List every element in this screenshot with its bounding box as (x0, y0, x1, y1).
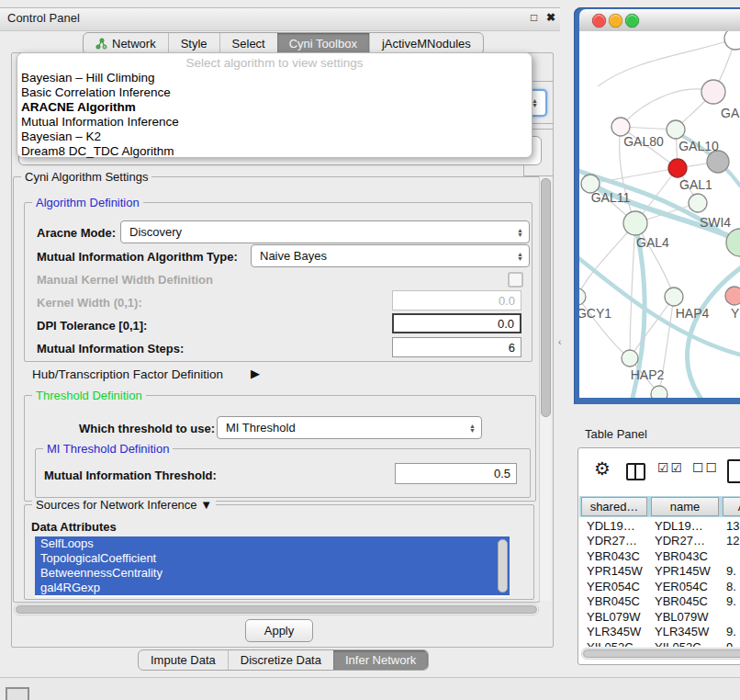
panel-divider-grip[interactable]: ‹ (558, 337, 561, 347)
network-icon (95, 38, 107, 50)
node-label: GAL80 (623, 134, 664, 149)
table-row[interactable]: YBR045C YBR045C 9. (579, 594, 740, 610)
expanded-arrow-icon[interactable]: ▼ (200, 498, 212, 512)
table-row[interactable]: YLR345W YLR345W 9. (579, 625, 740, 640)
collapsed-panel-icon[interactable] (6, 687, 29, 700)
node-gcy1[interactable] (579, 288, 586, 305)
node-gal80[interactable] (611, 118, 630, 136)
column-header-shared[interactable]: shared… (581, 497, 647, 516)
algorithm-dropdown-list: Select algorithm to view settings Bayesi… (17, 52, 533, 158)
node-unlabeled[interactable] (724, 31, 740, 50)
mi-type-label: Mutual Information Algorithm Type: (37, 250, 238, 264)
collapsed-arrow-icon[interactable]: ▶ (251, 367, 260, 380)
manual-kernel-checkbox[interactable] (508, 272, 523, 288)
data-attributes-list: SelfLoops TopologicalCoefficient Between… (35, 536, 510, 597)
mi-type-combo[interactable]: Naive Bayes ▲▼ (251, 244, 530, 267)
tab-network-label: Network (112, 37, 156, 51)
which-threshold-label: Which threshold to use: (79, 422, 215, 435)
network-window-titlebar[interactable] (579, 9, 740, 32)
spinner-icon: ▲▼ (514, 252, 526, 261)
data-attributes-label: Data Attributes (31, 520, 117, 534)
apply-button[interactable]: Apply (245, 619, 313, 642)
node-swi4[interactable] (689, 194, 707, 212)
algorithm-option-basic-correlation[interactable]: Basic Correlation Inference (21, 85, 171, 99)
column-header-partial[interactable]: A (723, 497, 740, 516)
tab-jactivemnodules[interactable]: jActiveMNodules (369, 33, 483, 54)
minimize-window-icon[interactable] (609, 14, 622, 28)
document-icon[interactable] (727, 459, 740, 483)
table-row[interactable]: YPR145W YPR145W 9. (579, 564, 740, 580)
settings-hscroll-thumb[interactable] (16, 605, 537, 614)
dpi-tolerance-field[interactable]: 0.0 (392, 313, 521, 333)
checked-checkboxes-icon[interactable]: ☑☑ (657, 460, 684, 475)
close-window-icon[interactable] (592, 14, 606, 28)
split-columns-icon[interactable] (626, 463, 645, 480)
node-salmon[interactable] (725, 287, 740, 305)
table-row[interactable]: YBR043C YBR043C (579, 548, 740, 564)
algorithm-definition-legend: Algorithm Definition (32, 196, 143, 209)
cyni-bottom-tabbar: Impute Data Discretize Data Infer Networ… (138, 649, 429, 671)
hub-definition-toggle[interactable]: Hub/Transcription Factor Definition (32, 367, 223, 381)
node-gal[interactable] (701, 80, 725, 104)
tab-infer-network[interactable]: Infer Network (333, 650, 428, 670)
list-item[interactable]: TopologicalCoefficient (35, 551, 510, 566)
settings-vscroll-thumb[interactable] (541, 178, 551, 417)
tab-style[interactable]: Style (168, 33, 219, 54)
tab-discretize-data[interactable]: Discretize Data (228, 650, 333, 670)
list-item[interactable]: SelfLoops (35, 536, 510, 551)
network-canvas[interactable]: GAL GAL80 GAL10 GAL1 GAL11 SWI4 GAL4 GCY… (579, 31, 740, 398)
which-threshold-value: MI Threshold (226, 421, 296, 435)
network-view-window[interactable]: GAL GAL80 GAL10 GAL1 GAL11 SWI4 GAL4 GCY… (574, 7, 740, 404)
mi-threshold-legend: MI Threshold Definition (43, 442, 173, 456)
table-row[interactable]: YBL079W YBL079W (579, 609, 740, 625)
float-panel-icon[interactable]: □ (531, 11, 537, 24)
node-gray[interactable] (707, 151, 729, 173)
settings-vscroll-track[interactable] (539, 177, 551, 601)
which-threshold-combo[interactable]: MI Threshold ▲▼ (217, 416, 482, 439)
table-hscroll-track[interactable] (581, 648, 740, 660)
sources-legend: Sources for Network Inference ▼ (32, 498, 216, 512)
node-gal1-red[interactable] (668, 159, 687, 177)
algorithm-option-dream8[interactable]: Dream8 DC_TDC Algorithm (21, 144, 174, 158)
table-row[interactable]: YDR27… YDR27… 12 (579, 534, 740, 549)
table-row[interactable]: YDL19… YDL19… 13 (579, 518, 740, 534)
node-gal4[interactable] (623, 211, 647, 235)
node-label: GAL4 (636, 235, 669, 250)
gear-icon[interactable]: ⚙ (594, 457, 611, 480)
node-gal10[interactable] (667, 120, 685, 139)
table-row[interactable]: YIL052C YIL052C 9. (579, 639, 740, 647)
mi-steps-field[interactable]: 6 (392, 337, 521, 357)
list-item[interactable]: gal4RGexp (35, 581, 510, 595)
tab-impute-data[interactable]: Impute Data (139, 650, 228, 670)
column-header-name[interactable]: name (651, 497, 719, 516)
list-scrollbar[interactable] (498, 539, 508, 593)
algorithm-option-bayesian-k2[interactable]: Bayesian – K2 (21, 130, 101, 143)
aracne-mode-label: Aracne Mode: (37, 226, 116, 240)
list-item[interactable]: BetweennessCentrality (35, 566, 510, 581)
spinner-icon: ▲▼ (514, 228, 526, 237)
close-panel-icon[interactable]: ✖ (546, 11, 555, 24)
kernel-width-field[interactable]: 0.0 (392, 290, 521, 310)
cyni-algorithm-settings-legend: Cyni Algorithm Settings (21, 170, 151, 184)
table-panel-title: Table Panel (585, 427, 647, 441)
tab-cyni-toolbox[interactable]: Cyni Toolbox (277, 33, 369, 54)
tab-network[interactable]: Network (84, 33, 168, 54)
node-hap4[interactable] (665, 288, 683, 306)
aracne-mode-combo[interactable]: Discovery ▲▼ (120, 220, 530, 243)
algorithm-option-mutual-information[interactable]: Mutual Information Inference (21, 115, 179, 129)
table-header-row: shared… name A (579, 496, 740, 517)
zoom-window-icon[interactable] (625, 14, 639, 28)
algorithm-option-aracne[interactable]: ARACNE Algorithm (21, 100, 136, 114)
table-hscroll-thumb[interactable] (583, 649, 740, 658)
unchecked-checkboxes-icon[interactable]: ☐☐ (692, 460, 719, 475)
table-panel-window: ⚙ ☑☑ ☐☐ shared… name A YDL19… YDL19… 13 … (577, 447, 740, 665)
tab-select[interactable]: Select (219, 33, 277, 54)
node-label: GAL10 (678, 139, 719, 153)
mi-threshold-field[interactable]: 0.5 (395, 463, 517, 484)
node-hap2[interactable] (622, 350, 638, 367)
settings-hscroll-track[interactable] (14, 604, 539, 615)
algorithm-option-bayesian-hill-climbing[interactable]: Bayesian – Hill Climbing (21, 71, 155, 85)
spinner-icon: ▲▼ (466, 423, 478, 433)
table-row[interactable]: YER054C YER054C 8. (579, 579, 740, 594)
node-bottom[interactable] (651, 386, 667, 398)
